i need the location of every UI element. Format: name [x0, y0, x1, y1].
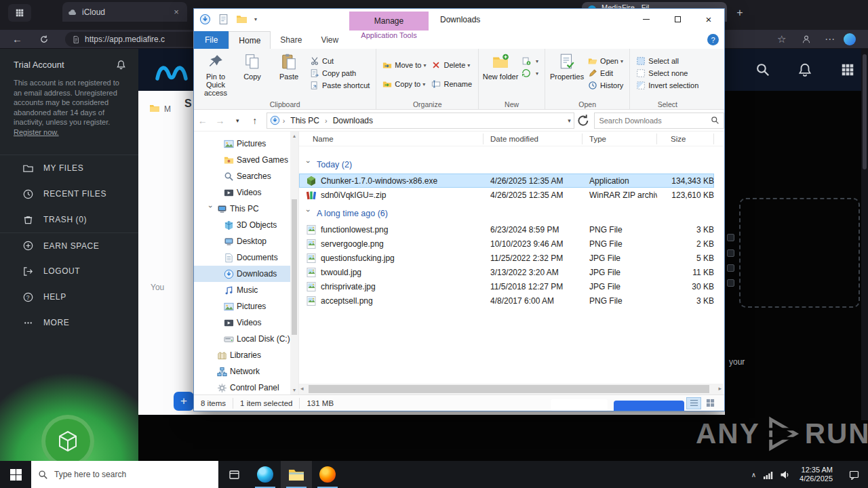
details-view-button[interactable]	[686, 397, 701, 409]
invert-selection-button[interactable]: Invert selection	[633, 79, 701, 92]
qat-dropdown-icon[interactable]: ▾	[254, 16, 257, 22]
minimize-button[interactable]	[631, 9, 662, 29]
large-icons-view-button[interactable]	[703, 397, 717, 409]
tab-home[interactable]: Home	[229, 31, 271, 49]
back-icon[interactable]: ←	[194, 115, 212, 126]
tab-view[interactable]: View	[311, 31, 348, 49]
copy-path-button[interactable]: Copy path	[307, 67, 372, 79]
task-view-button[interactable]	[218, 461, 250, 488]
network-icon[interactable]	[763, 470, 773, 480]
properties-qat-icon[interactable]	[218, 14, 229, 25]
action-center-button[interactable]	[842, 461, 865, 488]
group-chevron-icon[interactable]: ›	[304, 209, 313, 218]
expand-chevron-icon[interactable]: ›	[207, 205, 215, 212]
earn-space-badge[interactable]	[41, 415, 94, 461]
move-to-button[interactable]: Move to▾	[380, 59, 429, 71]
table-row[interactable]: txwould.jpg 3/13/2022 3:20 AM JPG File 1…	[299, 265, 714, 279]
easy-access-button[interactable]: ▾	[519, 67, 541, 79]
breadcrumb-this-pc[interactable]: This PC	[288, 116, 322, 125]
add-files-button[interactable]: +	[174, 392, 194, 411]
title-bar[interactable]: ▾ Manage Downloads ×	[194, 9, 724, 31]
nav-tree-item[interactable]: › Libraries	[194, 347, 298, 363]
nav-tree-item[interactable]: › Desktop	[194, 233, 298, 249]
table-row[interactable]: sdn0iVqkIGU=.zip 4/26/2025 12:35 AM WinR…	[299, 188, 714, 202]
column-header-type[interactable]: Type	[583, 134, 657, 144]
delete-button[interactable]: Delete▾	[429, 59, 475, 71]
close-button[interactable]: ×	[693, 9, 724, 29]
copy-to-button[interactable]: Copy to▾	[380, 78, 429, 90]
edit-button[interactable]: Edit	[585, 67, 626, 79]
file-group-header[interactable]: › A long time ago (6)	[299, 205, 723, 222]
sidebar-menu-item[interactable]: MY FILES	[0, 155, 138, 181]
column-header-date[interactable]: Date modified	[484, 134, 583, 144]
start-button[interactable]	[0, 461, 31, 488]
search-input[interactable]	[599, 117, 711, 125]
nav-tree-item[interactable]: › Videos	[194, 314, 298, 331]
sidebar-menu-item[interactable]: EARN SPACE	[0, 232, 138, 258]
search-box[interactable]	[594, 113, 724, 129]
sidebar-menu-item[interactable]: LOGOUT	[0, 258, 138, 284]
profile-icon[interactable]	[802, 33, 811, 46]
address-dropdown-icon[interactable]: ▾	[568, 117, 571, 124]
nav-tree-item[interactable]: › Music	[194, 282, 298, 298]
table-row[interactable]: acceptsell.png 4/8/2017 6:00 AM PNG File…	[299, 293, 714, 308]
properties-button[interactable]: Properties	[549, 51, 585, 81]
favorites-star-icon[interactable]: ☆	[777, 33, 786, 46]
taskbar-search[interactable]: Type here to search	[31, 461, 218, 488]
recent-locations-icon[interactable]: ▾	[229, 117, 246, 124]
sidebar-menu-item[interactable]: RECENT FILES	[0, 181, 138, 207]
table-row[interactable]: servergoogle.png 10/10/2023 9:46 AM PNG …	[299, 237, 714, 251]
browser-menu-icon[interactable]: ⋯	[825, 33, 835, 46]
taskbar-edge-button[interactable]	[250, 461, 281, 488]
page-scrollbar[interactable]	[861, 49, 868, 420]
refresh-icon[interactable]	[576, 113, 591, 128]
bell-icon[interactable]	[116, 60, 126, 70]
nav-tree-item[interactable]: › Local Disk (C:)	[194, 331, 298, 347]
copilot-icon[interactable]	[844, 33, 856, 45]
maximize-button[interactable]	[662, 9, 693, 29]
pinned-tab[interactable]	[8, 4, 31, 22]
nav-tree-item[interactable]: › Pictures	[194, 136, 298, 152]
search-icon[interactable]	[711, 116, 719, 125]
nav-tree-item[interactable]: › Videos	[194, 184, 298, 201]
new-folder-qat-icon[interactable]	[236, 14, 248, 25]
nav-tree-item[interactable]: › Searches	[194, 168, 298, 184]
nav-tree-item[interactable]: › Saved Games	[194, 152, 298, 168]
new-folder-button[interactable]: New folder	[482, 51, 519, 81]
copy-button[interactable]: Copy	[234, 51, 271, 81]
up-icon[interactable]: ↑	[246, 115, 264, 126]
new-item-button[interactable]: ▾	[519, 55, 541, 67]
pin-to-quick-access-button[interactable]: Pin to Quick access	[197, 51, 234, 97]
search-icon[interactable]	[755, 62, 770, 77]
tab-icloud[interactable]: iCloud ×	[62, 2, 187, 22]
table-row[interactable]: questionsfucking.jpg 11/25/2022 2:32 PM …	[299, 251, 714, 265]
volume-icon[interactable]	[780, 470, 790, 480]
new-tab-button[interactable]: +	[732, 5, 747, 20]
breadcrumb[interactable]: › This PC › Downloads ▾	[267, 113, 574, 129]
breadcrumb-downloads[interactable]: Downloads	[330, 116, 376, 125]
nav-tree-item[interactable]: › Downloads	[194, 266, 298, 282]
register-now-link[interactable]: Register now.	[14, 128, 59, 136]
table-row[interactable]: chrisprivate.jpg 11/5/2018 12:27 PM JPG …	[299, 279, 714, 293]
taskbar-firefox-button[interactable]	[312, 461, 343, 488]
horizontal-scrollbar[interactable]: ◂▸	[299, 384, 723, 394]
reload-icon[interactable]	[39, 33, 49, 46]
nav-tree-item[interactable]: › Network	[194, 363, 298, 380]
taskbar-explorer-button[interactable]	[281, 461, 312, 488]
column-header-name[interactable]: Name	[306, 134, 484, 144]
tab-share[interactable]: Share	[271, 31, 311, 49]
column-header-size[interactable]: Size	[657, 134, 714, 144]
paste-button[interactable]: Paste	[271, 51, 307, 81]
paste-shortcut-button[interactable]: Paste shortcut	[307, 79, 372, 92]
nav-tree-item[interactable]: › Control Panel	[194, 380, 298, 396]
cut-button[interactable]: Cut	[307, 55, 372, 67]
nav-scrollbar[interactable]: ▴▾	[290, 131, 298, 394]
apps-grid-icon[interactable]	[840, 62, 855, 77]
history-button[interactable]: History	[585, 79, 626, 92]
nav-tree-item[interactable]: › Documents	[194, 249, 298, 266]
upgrade-icon[interactable]	[797, 62, 812, 77]
nav-tree-item[interactable]: › 3D Objects	[194, 217, 298, 233]
file-group-header[interactable]: › Today (2)	[299, 156, 723, 174]
sidebar-menu-item[interactable]: TRASH (0)	[0, 207, 138, 232]
table-row[interactable]: Chunker-1.7.0-windows-x86.exe 4/26/2025 …	[299, 174, 714, 188]
